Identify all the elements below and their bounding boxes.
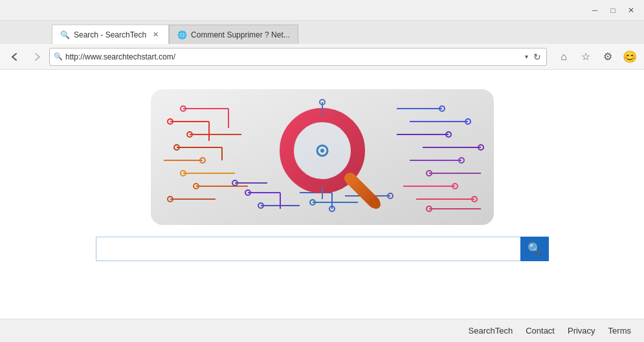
favorites-button[interactable]: ☆: [577, 48, 595, 66]
svg-line-57: [374, 202, 376, 204]
home-icon: ⌂: [561, 51, 567, 63]
page-content: 🔍: [0, 70, 644, 319]
star-icon: ☆: [581, 50, 590, 63]
tab-search[interactable]: 🔍 Search - SearchTech ✕: [52, 25, 169, 44]
settings-button[interactable]: ⚙: [599, 48, 617, 66]
back-button[interactable]: [5, 47, 25, 67]
tab-search-label: Search - SearchTech: [74, 30, 146, 39]
address-dropdown-button[interactable]: ▾: [524, 52, 529, 61]
footer: SearchTech Contact Privacy Terms: [0, 319, 644, 342]
minimize-button[interactable]: ─: [587, 3, 603, 18]
tab-comment[interactable]: 🌐 Comment Supprimer ? Net...: [169, 25, 298, 44]
address-bar: 🔍 ▾ ↻: [49, 48, 547, 66]
toolbar-right: ⌂ ☆ ⚙ 😊: [555, 48, 639, 66]
tab-comment-icon: 🌐: [177, 30, 187, 39]
privacy-link[interactable]: Privacy: [568, 326, 595, 336]
logo-svg: [151, 89, 494, 225]
tab-comment-label: Comment Supprimer ? Net...: [191, 30, 290, 39]
logo-banner: [151, 89, 494, 225]
address-search-icon: 🔍: [54, 52, 63, 61]
title-bar: ─ □ ✕: [0, 0, 644, 21]
terms-link[interactable]: Terms: [608, 326, 631, 336]
profile-icon: 😊: [623, 50, 637, 64]
contact-link[interactable]: Contact: [526, 326, 555, 336]
search-button-icon: 🔍: [527, 242, 542, 256]
home-button[interactable]: ⌂: [555, 48, 573, 66]
settings-icon: ⚙: [603, 50, 612, 63]
maximize-button[interactable]: □: [605, 3, 621, 18]
profile-button[interactable]: 😊: [621, 48, 639, 66]
address-input[interactable]: [65, 52, 521, 61]
search-button[interactable]: 🔍: [520, 237, 549, 261]
tab-bar: 🔍 Search - SearchTech ✕ 🌐 Comment Suppri…: [0, 21, 644, 44]
tab-search-icon: 🔍: [60, 30, 70, 39]
tab-close-button[interactable]: ✕: [150, 30, 161, 40]
forward-button[interactable]: [27, 47, 47, 67]
close-button[interactable]: ✕: [623, 3, 639, 18]
toolbar: 🔍 ▾ ↻ ⌂ ☆ ⚙ 😊: [0, 44, 644, 70]
refresh-button[interactable]: ↻: [532, 50, 542, 63]
searchtech-link[interactable]: SearchTech: [469, 326, 513, 336]
svg-point-55: [320, 149, 324, 153]
search-input[interactable]: [96, 237, 520, 261]
search-box-area: 🔍: [96, 237, 549, 261]
